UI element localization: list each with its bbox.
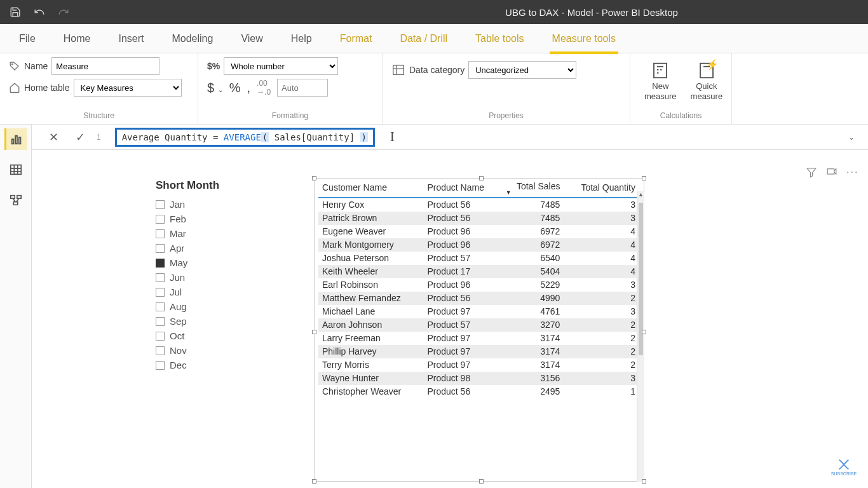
slicer-item-sep[interactable]: Sep	[156, 314, 264, 329]
table-row[interactable]: Terry MorrisProduct 9731742	[318, 358, 639, 372]
resize-handle[interactable]	[479, 176, 484, 180]
tab-view[interactable]: View	[227, 24, 276, 53]
quick-measure-button[interactable]: ⚡ Quick measure	[686, 58, 728, 104]
data-view-button[interactable]	[4, 159, 27, 180]
measure-name-input[interactable]	[51, 57, 159, 75]
resize-handle[interactable]	[479, 479, 484, 484]
column-header[interactable]: Total Sales▼	[502, 179, 564, 198]
slicer-item-jan[interactable]: Jan	[156, 197, 264, 212]
tab-modeling[interactable]: Modeling	[158, 24, 227, 53]
tab-home[interactable]: Home	[50, 24, 105, 53]
checkbox-icon[interactable]	[156, 215, 165, 224]
slicer-item-nov[interactable]: Nov	[156, 343, 264, 358]
more-options-icon[interactable]: ···	[846, 166, 859, 179]
tab-help[interactable]: Help	[277, 24, 326, 53]
save-icon[interactable]	[9, 6, 22, 18]
tab-table-tools[interactable]: Table tools	[461, 24, 538, 53]
decimal-icon[interactable]: .00→.0	[257, 79, 271, 97]
table-row[interactable]: Joshua PetersonProduct 5765404	[318, 252, 639, 265]
checkbox-icon[interactable]	[156, 229, 165, 238]
formula-input[interactable]: Average Quantity = AVERAGE( Sales[Quanti…	[110, 127, 835, 147]
slicer-item-dec[interactable]: Dec	[156, 358, 264, 372]
slicer-item-oct[interactable]: Oct	[156, 329, 264, 343]
table-row[interactable]: Matthew FernandezProduct 5649902	[318, 292, 639, 305]
report-view-button[interactable]	[4, 128, 27, 150]
checkbox-icon[interactable]	[156, 200, 165, 209]
slicer-item-feb[interactable]: Feb	[156, 212, 264, 226]
slicer-item-aug[interactable]: Aug	[156, 299, 264, 314]
tab-format[interactable]: Format	[326, 24, 386, 53]
tab-file[interactable]: File	[5, 24, 50, 53]
data-category-select[interactable]: Uncategorized	[468, 61, 576, 79]
resize-handle[interactable]	[312, 330, 316, 334]
cancel-formula-button[interactable]: ✕	[43, 128, 64, 146]
checkbox-icon[interactable]	[156, 273, 165, 282]
table-row[interactable]: Keith WheelerProduct 1754044	[318, 265, 639, 278]
table-cell: 1	[564, 385, 639, 398]
table-row[interactable]: Henry CoxProduct 5674853	[318, 198, 639, 212]
filter-icon[interactable]	[806, 166, 818, 179]
table-row[interactable]: Mark MontgomeryProduct 9669724	[318, 238, 639, 252]
resize-handle[interactable]	[642, 176, 646, 180]
slicer-item-apr[interactable]: Apr	[156, 241, 264, 255]
table-row[interactable]: Phillip HarveyProduct 9731742	[318, 345, 639, 358]
redo-icon[interactable]	[57, 6, 70, 18]
formula-bar: ✕ ✓ 1 Average Quantity = AVERAGE( Sales[…	[32, 125, 868, 150]
table-row[interactable]: Aaron JohnsonProduct 5732702	[318, 318, 639, 332]
table-cell: 3174	[502, 332, 564, 345]
model-view-button[interactable]	[4, 189, 27, 211]
checkbox-icon[interactable]	[156, 361, 165, 370]
slicer-item-may[interactable]: May	[156, 255, 264, 270]
table-row[interactable]: Earl RobinsonProduct 9652293	[318, 278, 639, 292]
resize-handle[interactable]	[642, 330, 646, 334]
table-row[interactable]: Eugene WeaverProduct 9669724	[318, 225, 639, 238]
slicer-item-label: May	[170, 257, 187, 268]
checkbox-icon[interactable]	[156, 302, 165, 311]
percent-button[interactable]: %	[229, 81, 241, 95]
tab-insert[interactable]: Insert	[104, 24, 158, 53]
home-icon	[9, 82, 20, 93]
column-header[interactable]: Product Name	[423, 179, 501, 198]
table-row[interactable]: Larry FreemanProduct 9731742	[318, 332, 639, 345]
table-cell: Joshua Peterson	[318, 252, 423, 265]
decimal-places-input[interactable]	[277, 79, 328, 97]
slicer-item-mar[interactable]: Mar	[156, 226, 264, 241]
tab-measure-tools[interactable]: Measure tools	[538, 24, 630, 53]
table-cell: Product 96	[423, 238, 501, 252]
column-header[interactable]: Total Quantity	[564, 179, 639, 198]
thousands-button[interactable]: ,	[247, 81, 250, 95]
resize-handle[interactable]	[642, 479, 646, 484]
expand-formula-button[interactable]: ⌄	[841, 128, 862, 146]
slicer-item-jul[interactable]: Jul	[156, 285, 264, 299]
slicer-item-jun[interactable]: Jun	[156, 270, 264, 285]
checkbox-icon[interactable]	[156, 332, 165, 341]
table-row[interactable]: Christopher WeaverProduct 5624951	[318, 385, 639, 398]
column-header[interactable]: Customer Name	[318, 179, 423, 198]
commit-formula-button[interactable]: ✓	[70, 128, 90, 146]
checkbox-icon[interactable]	[156, 259, 165, 268]
table-row[interactable]: Patrick BrownProduct 5674853	[318, 212, 639, 225]
scroll-up-icon[interactable]: ▲	[637, 191, 644, 201]
table-cell: Patrick Brown	[318, 212, 423, 225]
table-cell: 3	[564, 372, 639, 385]
table-row[interactable]: Wayne HunterProduct 9831563	[318, 372, 639, 385]
checkbox-icon[interactable]	[156, 346, 165, 355]
table-row[interactable]: Michael LaneProduct 9747613	[318, 305, 639, 318]
resize-handle[interactable]	[312, 176, 316, 180]
checkbox-icon[interactable]	[156, 317, 165, 326]
checkbox-icon[interactable]	[156, 244, 165, 253]
home-table-select[interactable]: Key Measures	[74, 79, 182, 97]
tag-icon	[9, 60, 20, 72]
undo-icon[interactable]	[33, 6, 46, 18]
currency-button[interactable]: $ ⌄	[207, 81, 223, 95]
table-scrollbar[interactable]: ▲	[637, 191, 644, 482]
resize-handle[interactable]	[312, 479, 316, 484]
table-cell: Product 97	[423, 305, 501, 318]
format-select[interactable]: Whole number	[224, 57, 338, 75]
tab-data-drill[interactable]: Data / Drill	[386, 24, 461, 53]
table-visual[interactable]: Customer NameProduct NameTotal Sales▼Tot…	[314, 178, 644, 482]
table-cell: Product 56	[423, 385, 501, 398]
new-measure-button[interactable]: New measure	[639, 58, 682, 104]
checkbox-icon[interactable]	[156, 288, 165, 297]
focus-mode-icon[interactable]	[826, 166, 839, 179]
